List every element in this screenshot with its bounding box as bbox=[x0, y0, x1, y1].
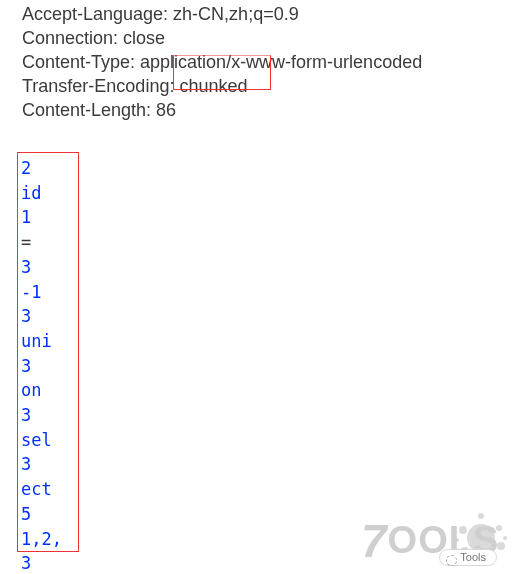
body-line: 3 bbox=[21, 452, 75, 477]
body-line: on bbox=[21, 378, 75, 403]
body-line: sel bbox=[21, 428, 75, 453]
watermark-badge: Tools bbox=[439, 549, 497, 566]
svg-point-3 bbox=[497, 542, 505, 550]
body-line: 3 bbox=[21, 551, 75, 574]
body-line: 5 bbox=[21, 502, 75, 527]
svg-point-5 bbox=[478, 513, 484, 519]
svg-point-1 bbox=[459, 526, 467, 534]
svg-point-2 bbox=[496, 525, 502, 531]
svg-point-0 bbox=[467, 524, 495, 552]
body-line: 3 bbox=[21, 354, 75, 379]
http-header-line: Connection: close bbox=[22, 26, 519, 50]
body-line: -1 bbox=[21, 280, 75, 305]
svg-point-8 bbox=[503, 536, 507, 540]
http-body-block: 2id1=3-13uni3on3sel3ect5 1,2,3 bbox=[19, 154, 77, 574]
body-line: 3 bbox=[21, 255, 75, 280]
http-header-line: Accept-Language: zh-CN,zh;q=0.9 bbox=[22, 2, 519, 26]
http-header-line: Content-Length: 86 bbox=[22, 98, 519, 122]
body-line: 3 bbox=[21, 403, 75, 428]
body-line: id bbox=[21, 181, 75, 206]
body-line: 1 bbox=[21, 205, 75, 230]
svg-point-7 bbox=[455, 538, 459, 542]
body-line: 2 bbox=[21, 156, 75, 181]
body-line: uni bbox=[21, 329, 75, 354]
http-header-line: Content-Type: application/x-www-form-url… bbox=[22, 50, 519, 74]
http-headers-block: Accept-Language: zh-CN,zh;q=0.9Connectio… bbox=[0, 0, 519, 122]
http-header-line: Transfer-Encoding: chunked bbox=[22, 74, 519, 98]
body-line: 1,2, bbox=[21, 527, 75, 552]
body-line: = bbox=[21, 230, 75, 255]
body-line: 3 bbox=[21, 304, 75, 329]
chunked-lines: 2id1=3-13uni3on3sel3ect5 1,2,3 bbox=[19, 154, 77, 574]
body-line: ect bbox=[21, 477, 75, 502]
